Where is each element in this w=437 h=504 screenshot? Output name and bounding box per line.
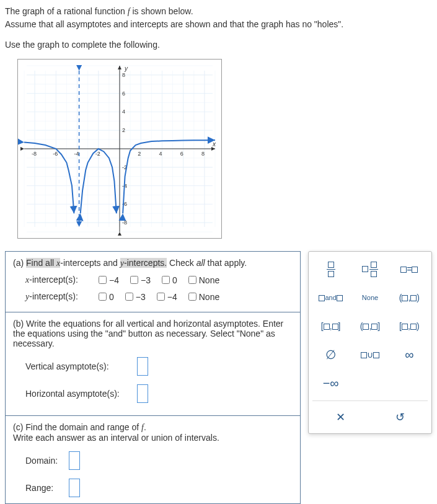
half-open-left-button[interactable]: (,] [351,314,388,338]
intro-line3: Use the graph to complete the following. [5,38,432,51]
rational-function-graph: y x -8-6-4-22468-8-6-4-22468 [17,59,222,239]
svg-text:x: x [212,141,216,148]
x-checkbox-3[interactable] [188,276,196,284]
y-opt-neg4[interactable]: −4 [157,292,177,302]
y-intercept-row: y-intercept(s): 0 −3 −4 None [25,291,293,302]
x-opt-0[interactable]: 0 [162,275,177,285]
part-b: (b) Write the equations for all vertical… [6,312,300,415]
closed-interval-button[interactable]: [,] [312,314,349,338]
part-c: (c) Find the domain and range of f. Writ… [6,415,300,503]
svg-text:6: 6 [180,151,183,157]
svg-text:-4: -4 [74,151,79,157]
part-b-text: (b) Write the equations for all vertical… [13,319,293,348]
open-interval-button[interactable]: (,) [391,285,428,310]
infinity-button[interactable]: ∞ [391,342,428,367]
part-a-title: (a) Find all x-intercepts and y-intercep… [13,258,293,268]
x-opt-none[interactable]: None [188,275,219,285]
x-checkbox-0[interactable] [99,276,107,284]
y-checkbox-3[interactable] [188,293,196,301]
svg-text:4: 4 [122,108,125,115]
union-button[interactable]: ∪ [351,342,388,367]
ha-input[interactable] [137,384,148,403]
svg-text:2: 2 [122,127,125,133]
va-input[interactable] [137,357,148,376]
reset-button[interactable]: ↺ [372,406,428,428]
empty-set-button[interactable]: ∅ [312,342,349,367]
x-checkbox-2[interactable] [162,276,170,284]
svg-text:6: 6 [122,91,125,97]
question-panel: (a) Find all x-intercepts and y-intercep… [5,251,301,504]
va-label: Vertical asymptote(s): [25,361,131,371]
x-opt-neg3[interactable]: −3 [130,275,151,285]
neg-infinity-button[interactable]: −∞ [312,371,349,396]
mixed-number-button[interactable] [351,257,388,281]
y-opt-none[interactable]: None [188,292,219,302]
svg-text:-8: -8 [32,151,37,157]
y-checkbox-0[interactable] [99,293,107,301]
intro-line2: Assume that all asymptotes and intercept… [5,18,432,31]
problem-intro: The graph of a rational function f is sh… [5,5,432,51]
va-row: Vertical asymptote(s): [25,357,293,376]
y-checkbox-2[interactable] [157,293,165,301]
y-opt-neg3[interactable]: −3 [125,292,146,302]
part-c-line1: (c) Find the domain and range of f. [13,422,293,433]
y-opt-0[interactable]: 0 [99,292,114,302]
svg-text:4: 4 [159,151,162,157]
half-open-right-button[interactable]: [,) [391,314,428,338]
x-intercept-row: x-intercept(s): −4 −3 0 None [25,275,293,285]
x-checkbox-1[interactable] [130,276,138,284]
range-label: Range: [25,483,63,493]
graph-svg: y x -8-6-4-22468-8-6-4-22468 [18,60,221,238]
svg-text:2: 2 [138,151,141,157]
range-row: Range: [25,479,293,497]
part-c-line2: Write each answer as an interval or unio… [13,433,293,443]
symbol-palette: = and None (,) [,] (,] [,) [308,251,432,434]
domain-label: Domain: [25,456,63,466]
ha-row: Horizontal asymptote(s): [25,384,293,403]
svg-text:8: 8 [122,72,125,78]
range-input[interactable] [69,479,80,497]
domain-row: Domain: [25,451,293,470]
y-checkbox-1[interactable] [125,293,133,301]
none-button[interactable]: None [351,285,388,310]
equals-button[interactable]: = [391,257,428,281]
svg-text:-8: -8 [122,219,127,226]
part-a: (a) Find all x-intercepts and y-intercep… [6,252,300,312]
x-opt-neg4[interactable]: −4 [99,275,119,285]
fraction-button[interactable] [312,257,349,281]
domain-input[interactable] [69,451,80,470]
ha-label: Horizontal asymptote(s): [25,389,131,399]
svg-text:8: 8 [201,151,205,157]
svg-text:-6: -6 [53,151,58,157]
svg-text:y: y [124,65,128,72]
intro-line1: The graph of a rational function f is sh… [5,5,432,18]
clear-button[interactable]: ✕ [312,406,368,428]
and-button[interactable]: and [312,285,349,310]
